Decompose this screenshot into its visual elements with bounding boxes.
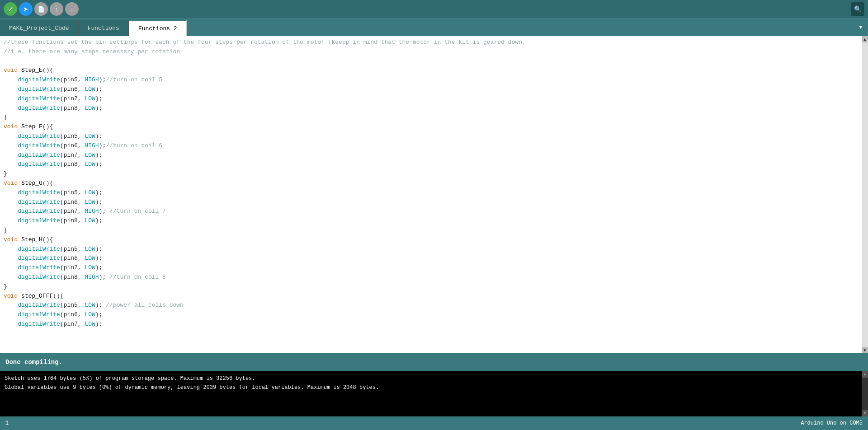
bottom-bar: 1 Arduino Uno on COM5: [0, 416, 868, 430]
new-icon: 📄: [38, 6, 45, 13]
console-scroll-up[interactable]: ▲: [862, 371, 868, 378]
editor-scrollbar[interactable]: ▲ ▼: [862, 36, 868, 353]
upload-button[interactable]: ➤: [19, 2, 33, 16]
editor-container: //these functions set the pin settings f…: [0, 36, 868, 353]
open-button[interactable]: ↑: [50, 2, 63, 16]
console-scroll-down[interactable]: ▼: [862, 410, 868, 416]
tab-make-project-code[interactable]: MAKE_Project_Code: [0, 20, 79, 36]
console-line-2: Global variables use 9 bytes (0%) of dyn…: [5, 383, 863, 392]
status-bar: Done compiling.: [0, 353, 868, 371]
scroll-up-button[interactable]: ▲: [862, 36, 868, 42]
console-scrollbar[interactable]: ▲ ▼: [862, 371, 868, 416]
verify-icon: ✓: [8, 5, 14, 14]
verify-button[interactable]: ✓: [4, 2, 17, 16]
scroll-down-button[interactable]: ▼: [862, 347, 868, 353]
upload-icon: ➤: [23, 5, 28, 13]
tabs-dropdown[interactable]: ▼: [854, 18, 868, 36]
tab-functions-2[interactable]: Functions_2: [129, 20, 187, 36]
console-line-1: Sketch uses 1764 bytes (5%) of program s…: [5, 374, 863, 383]
board-info: Arduino Uno on COM5: [801, 420, 863, 426]
toolbar: ✓ ➤ 📄 ↑ ↓ 🔍: [0, 0, 868, 18]
save-button[interactable]: ↓: [65, 2, 79, 16]
code-editor[interactable]: //these functions set the pin settings f…: [0, 36, 868, 353]
tab-functions[interactable]: Functions: [79, 20, 129, 36]
search-icon: 🔍: [854, 5, 862, 13]
open-icon: ↑: [55, 6, 58, 13]
line-number: 1: [5, 420, 9, 426]
console: Sketch uses 1764 bytes (5%) of program s…: [0, 371, 868, 416]
search-button[interactable]: 🔍: [851, 2, 864, 16]
new-button[interactable]: 📄: [34, 2, 48, 16]
chevron-down-icon: ▼: [858, 24, 863, 30]
tabs-bar: MAKE_Project_Code Functions Functions_2 …: [0, 18, 868, 36]
compile-status: Done compiling.: [5, 359, 62, 366]
code-content: //these functions set the pin settings f…: [4, 38, 864, 329]
save-icon: ↓: [71, 6, 74, 13]
